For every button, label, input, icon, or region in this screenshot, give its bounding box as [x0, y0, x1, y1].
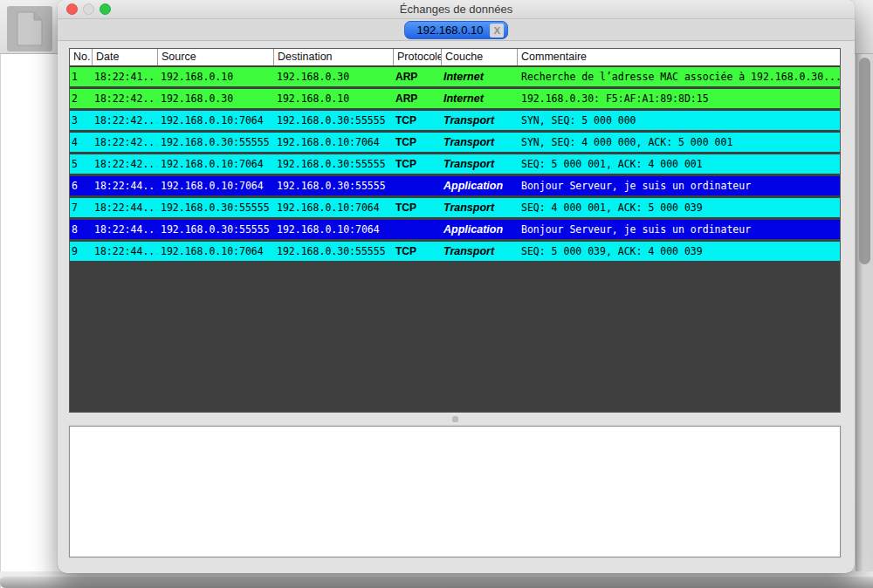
cell-proto: TCP	[393, 154, 441, 174]
cell-src: 192.168.0.30:55555	[157, 198, 273, 217]
cell-comment: Bonjour Serveur, je suis un ordinateur	[517, 176, 840, 195]
window-title: Échanges de données	[58, 0, 855, 19]
screen: Échanges de données 192.168.0.10 X No. D…	[0, 0, 873, 588]
cell-dst: 192.168.0.10:7064	[273, 220, 393, 239]
column-header-protocol: Protocole	[393, 49, 441, 65]
cell-proto: TCP	[393, 242, 441, 261]
cell-src: 192.168.0.30:55555	[157, 133, 273, 152]
titlebar[interactable]: Échanges de données	[58, 0, 855, 19]
cell-dst: 192.168.0.10:7064	[273, 133, 393, 152]
cell-src: 192.168.0.30	[157, 89, 273, 108]
table-row[interactable]: 718:22:44....192.168.0.30:55555192.168.0…	[70, 198, 840, 217]
cell-dst: 192.168.0.10:7064	[273, 198, 393, 217]
cell-proto: TCP	[393, 111, 441, 130]
cell-layer: Transport	[441, 198, 517, 217]
cell-src: 192.168.0.10:7064	[157, 154, 273, 174]
cell-src: 192.168.0.10:7064	[157, 242, 273, 261]
cell-date: 18:22:44....	[92, 198, 157, 217]
table-row[interactable]: 218:22:42....192.168.0.30192.168.0.10ARP…	[70, 89, 840, 108]
table-row[interactable]: 318:22:42....192.168.0.10:7064192.168.0.…	[70, 111, 840, 130]
cell-layer: Transport	[441, 111, 517, 130]
cell-src: 192.168.0.30:55555	[157, 220, 273, 239]
cell-comment: SYN, SEQ: 5 000 000	[517, 111, 840, 130]
tab-192-168-0-10[interactable]: 192.168.0.10 X	[404, 21, 509, 39]
packet-table-header: No. Date Source Destination Protocole Co…	[70, 49, 840, 65]
cell-proto: ARP	[393, 67, 441, 86]
cell-dst: 192.168.0.10	[273, 89, 393, 108]
column-header-layer: Couche	[441, 49, 517, 65]
splitter-handle-icon	[452, 416, 458, 422]
column-header-destination: Destination	[273, 49, 393, 65]
table-row[interactable]: 418:22:42....192.168.0.30:55555192.168.0…	[70, 133, 840, 152]
cell-date: 18:22:44....	[92, 176, 157, 195]
cell-no: 6	[70, 176, 92, 195]
cell-comment: 192.168.0.30: F5:AF:A1:89:8D:15	[517, 89, 840, 108]
cell-no: 7	[70, 198, 92, 217]
cell-layer: Transport	[441, 154, 517, 174]
horizontal-scrollbar-thumb[interactable]	[0, 577, 873, 588]
table-row[interactable]: 518:22:42....192.168.0.10:7064192.168.0.…	[70, 154, 840, 174]
column-header-no: No.	[70, 49, 92, 65]
cell-date: 18:22:42....	[92, 89, 157, 108]
cell-layer: Internet	[441, 67, 517, 86]
cell-comment: SEQ: 4 000 001, ACK: 5 000 039	[517, 198, 840, 217]
cell-dst: 192.168.0.30:55555	[273, 154, 393, 174]
cell-src: 192.168.0.10:7064	[157, 176, 273, 195]
cell-dst: 192.168.0.30:55555	[273, 111, 393, 130]
cell-date: 18:22:42....	[92, 133, 157, 152]
table-row[interactable]: 818:22:44....192.168.0.30:55555192.168.0…	[70, 220, 840, 239]
cell-src: 192.168.0.10:7064	[157, 111, 273, 130]
table-row[interactable]: 118:22:41....192.168.0.10192.168.0.30ARP…	[70, 67, 840, 86]
packet-table: No. Date Source Destination Protocole Co…	[69, 48, 841, 413]
cell-date: 18:22:42....	[92, 154, 157, 174]
cell-date: 18:22:42....	[92, 111, 157, 130]
cell-date: 18:22:41....	[92, 67, 157, 86]
cell-comment: Recherche de l’adresse MAC associée à 19…	[517, 67, 840, 86]
cell-no: 8	[70, 220, 92, 239]
cell-comment: Bonjour Serveur, je suis un ordinateur	[517, 220, 840, 239]
cell-no: 5	[70, 154, 92, 174]
table-row[interactable]: 618:22:44....192.168.0.10:7064192.168.0.…	[70, 176, 840, 195]
cell-dst: 192.168.0.30:55555	[273, 176, 393, 195]
cell-proto: TCP	[393, 133, 441, 152]
packet-detail-panel[interactable]	[69, 426, 841, 557]
cell-proto: TCP	[393, 198, 441, 217]
tab-label: 192.168.0.10	[417, 24, 491, 37]
cell-layer: Transport	[441, 242, 517, 261]
cell-no: 3	[70, 111, 92, 130]
cell-no: 1	[70, 67, 92, 86]
cell-proto	[393, 176, 441, 195]
document-icon	[17, 11, 43, 46]
cell-layer: Application	[441, 220, 517, 239]
column-header-date: Date	[92, 49, 157, 65]
cell-layer: Application	[441, 176, 517, 195]
cell-no: 9	[70, 242, 92, 261]
column-header-source: Source	[157, 49, 273, 65]
vertical-scrollbar[interactable]	[856, 54, 873, 577]
cell-dst: 192.168.0.30:55555	[273, 242, 393, 261]
tab-close-icon[interactable]: X	[490, 24, 504, 38]
cell-no: 2	[70, 89, 92, 108]
cell-comment: SEQ: 5 000 039, ACK: 4 000 039	[517, 242, 840, 261]
new-document-button[interactable]	[7, 6, 52, 51]
split-pane-divider[interactable]	[69, 413, 841, 426]
tab-bar: 192.168.0.10 X	[58, 19, 855, 41]
column-header-comment: Commentaire	[517, 49, 840, 65]
cell-proto	[393, 220, 441, 239]
cell-comment: SEQ: 5 000 001, ACK: 4 000 001	[517, 154, 840, 174]
cell-date: 18:22:44....	[92, 242, 157, 261]
data-exchange-window: Échanges de données 192.168.0.10 X No. D…	[58, 0, 855, 573]
vertical-scrollbar-thumb[interactable]	[859, 58, 870, 264]
cell-comment: SYN, SEQ: 4 000 000, ACK: 5 000 001	[517, 133, 840, 152]
cell-proto: ARP	[393, 89, 441, 108]
dialog-content: No. Date Source Destination Protocole Co…	[68, 41, 842, 573]
cell-no: 4	[70, 133, 92, 152]
table-row[interactable]: 918:22:44....192.168.0.10:7064192.168.0.…	[70, 242, 840, 261]
cell-dst: 192.168.0.30	[273, 67, 393, 86]
cell-date: 18:22:44....	[92, 220, 157, 239]
cell-layer: Internet	[441, 89, 517, 108]
cell-src: 192.168.0.10	[157, 67, 273, 86]
packet-table-body: 118:22:41....192.168.0.10192.168.0.30ARP…	[70, 65, 840, 261]
cell-layer: Transport	[441, 133, 517, 152]
